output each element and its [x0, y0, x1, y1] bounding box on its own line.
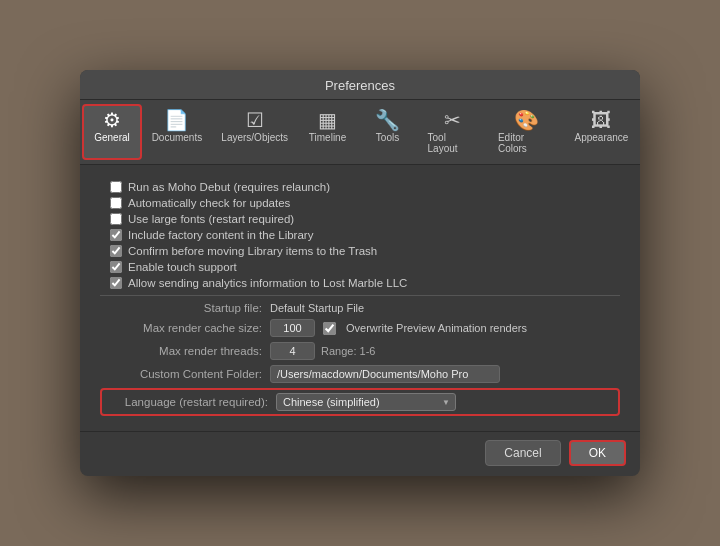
- checkbox-row-largefonts: Use large fonts (restart required): [100, 213, 620, 225]
- language-row: Language (restart required): Chinese (si…: [100, 388, 620, 416]
- appearance-icon: 🖼: [591, 110, 611, 130]
- checkbox-analytics[interactable]: [110, 277, 122, 289]
- toolbar-item-timeline[interactable]: ▦ Timeline: [298, 104, 358, 160]
- startup-row: Startup file: Default Startup File: [100, 302, 620, 314]
- startup-value: Default Startup File: [270, 302, 364, 314]
- cancel-button[interactable]: Cancel: [485, 440, 560, 466]
- toolbar-label-documents: Documents: [152, 132, 203, 143]
- tools-icon: 🔧: [375, 110, 400, 130]
- label-touch: Enable touch support: [128, 261, 237, 273]
- checkbox-row-confirmmove: Confirm before moving Library items to t…: [100, 245, 620, 257]
- toolbar-item-general[interactable]: ⚙ General: [82, 104, 142, 160]
- content-area: Run as Moho Debut (requires relaunch) Au…: [80, 165, 640, 431]
- dialog-footer: Cancel OK: [80, 431, 640, 476]
- checkbox-row-factory: Include factory content in the Library: [100, 229, 620, 241]
- label-debut: Run as Moho Debut (requires relaunch): [128, 181, 330, 193]
- checkbox-autoupdate[interactable]: [110, 197, 122, 209]
- overwrite-check-container: Overwrite Preview Animation renders: [323, 322, 527, 335]
- toolbar-label-timeline: Timeline: [309, 132, 346, 143]
- divider: [100, 295, 620, 296]
- customfolder-row: Custom Content Folder:: [100, 365, 620, 383]
- language-select-wrapper: Chinese (simplified) English Japanese Fr…: [276, 393, 456, 411]
- customfolder-input[interactable]: [270, 365, 500, 383]
- toolbar-label-toollayout: Tool Layout: [428, 132, 478, 154]
- toolbar-item-toollayout[interactable]: ✂ Tool Layout: [418, 104, 488, 160]
- checkbox-confirmmove[interactable]: [110, 245, 122, 257]
- toolbar-label-editorcolors: Editor Colors: [498, 132, 555, 154]
- checkbox-touch[interactable]: [110, 261, 122, 273]
- overwrite-label: Overwrite Preview Animation renders: [346, 322, 527, 334]
- toolbar-label-appearance: Appearance: [574, 132, 628, 143]
- checkbox-largefonts[interactable]: [110, 213, 122, 225]
- toolbar-label-tools: Tools: [376, 132, 399, 143]
- toolbar-item-layers[interactable]: ☑ Layers/Objects: [212, 104, 298, 160]
- maxthreads-row: Max render threads: Range: 1-6: [100, 342, 620, 360]
- checkbox-row-debut: Run as Moho Debut (requires relaunch): [100, 181, 620, 193]
- label-autoupdate: Automatically check for updates: [128, 197, 290, 209]
- customfolder-label: Custom Content Folder:: [100, 368, 270, 380]
- language-label: Language (restart required):: [106, 396, 276, 408]
- label-largefonts: Use large fonts (restart required): [128, 213, 294, 225]
- label-factory: Include factory content in the Library: [128, 229, 313, 241]
- maxcache-row: Max render cache size: Overwrite Preview…: [100, 319, 620, 337]
- maxthreads-label: Max render threads:: [100, 345, 270, 357]
- maxthreads-input[interactable]: [270, 342, 315, 360]
- dialog-title: Preferences: [80, 70, 640, 100]
- checkbox-factory[interactable]: [110, 229, 122, 241]
- label-confirmmove: Confirm before moving Library items to t…: [128, 245, 377, 257]
- preferences-dialog: Preferences ⚙ General 📄 Documents ☑ Laye…: [80, 70, 640, 476]
- toolbar-item-editorcolors[interactable]: 🎨 Editor Colors: [488, 104, 565, 160]
- toolbar-item-documents[interactable]: 📄 Documents: [142, 104, 212, 160]
- ok-button[interactable]: OK: [569, 440, 626, 466]
- language-select[interactable]: Chinese (simplified) English Japanese Fr…: [276, 393, 456, 411]
- documents-icon: 📄: [164, 110, 189, 130]
- toolbar-label-general: General: [94, 132, 130, 143]
- maxcache-input[interactable]: [270, 319, 315, 337]
- toolbar-item-appearance[interactable]: 🖼 Appearance: [565, 104, 638, 160]
- layers-icon: ☑: [246, 110, 264, 130]
- editorcolors-icon: 🎨: [514, 110, 539, 130]
- toolbar-label-layers: Layers/Objects: [221, 132, 288, 143]
- checkbox-row-autoupdate: Automatically check for updates: [100, 197, 620, 209]
- toollayout-icon: ✂: [444, 110, 461, 130]
- general-icon: ⚙: [103, 110, 121, 130]
- maxcache-label: Max render cache size:: [100, 322, 270, 334]
- checkbox-row-analytics: Allow sending analytics information to L…: [100, 277, 620, 289]
- startup-label: Startup file:: [100, 302, 270, 314]
- checkbox-row-touch: Enable touch support: [100, 261, 620, 273]
- label-analytics: Allow sending analytics information to L…: [128, 277, 407, 289]
- checkbox-debut[interactable]: [110, 181, 122, 193]
- range-label: Range: 1-6: [321, 345, 375, 357]
- toolbar: ⚙ General 📄 Documents ☑ Layers/Objects ▦…: [80, 100, 640, 165]
- timeline-icon: ▦: [318, 110, 337, 130]
- checkbox-overwrite[interactable]: [323, 322, 336, 335]
- toolbar-item-tools[interactable]: 🔧 Tools: [358, 104, 418, 160]
